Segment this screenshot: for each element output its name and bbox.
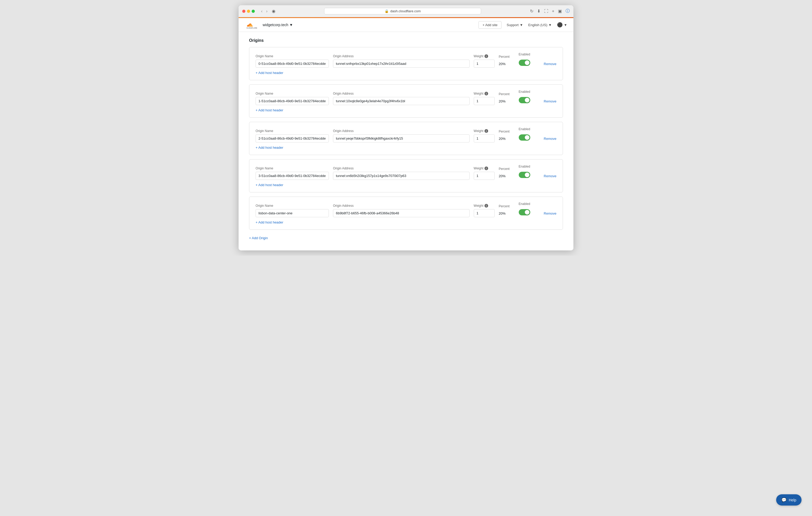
percent-value-1: 20% (499, 97, 515, 105)
address-bar[interactable]: 🔒 dash.cloudflare.com (324, 8, 481, 14)
toggle-wrapper-2 (519, 132, 540, 143)
origin-address-input-3[interactable] (333, 172, 470, 180)
weight-input-3[interactable] (474, 172, 495, 180)
origin-enabled-group-0: Enabled (519, 53, 540, 68)
remove-button-3[interactable]: Remove (544, 172, 556, 180)
minimize-button[interactable] (247, 10, 250, 13)
origins-container: Origin Name Origin Address Weight i Perc… (249, 47, 563, 230)
add-host-header-button-0[interactable]: + Add host header (256, 71, 283, 75)
origin-fields-0: Origin Name Origin Address Weight i Perc… (256, 53, 556, 68)
chevron-down-icon: ▼ (564, 23, 567, 27)
main-content: Origins Origin Name Origin Address Weigh… (239, 32, 573, 250)
chevron-down-icon: ▼ (289, 23, 293, 27)
maximize-button[interactable] (252, 10, 255, 13)
origin-address-input-1[interactable] (333, 97, 470, 105)
origin-fields-3: Origin Name Origin Address Weight i Perc… (256, 165, 556, 180)
account-menu[interactable]: ⚫ ▼ (557, 22, 567, 28)
origin-enabled-group-3: Enabled (519, 165, 540, 180)
enabled-label-0: Enabled (519, 53, 540, 56)
origin-address-group-3: Origin Address (333, 166, 470, 180)
origin-card-2: Origin Name Origin Address Weight i Perc… (249, 122, 563, 155)
toggle-slider-0 (519, 60, 530, 66)
enabled-toggle-3[interactable] (519, 172, 530, 178)
add-origin-button[interactable]: + Add Origin (249, 236, 268, 240)
forward-button[interactable]: › (265, 8, 268, 14)
weight-info-icon-1[interactable]: i (485, 92, 488, 95)
origin-name-group-3: Origin Name (256, 166, 329, 180)
chevron-down-icon: ▼ (548, 23, 552, 27)
info-circle-icon[interactable]: ⓘ (566, 8, 570, 14)
origin-address-group-2: Origin Address (333, 129, 470, 143)
add-host-header-button-4[interactable]: + Add host header (256, 220, 283, 224)
reload-icon[interactable]: ↻ (530, 9, 533, 13)
weight-label-3: Weight (474, 166, 484, 170)
remove-button-4[interactable]: Remove (544, 210, 556, 217)
origin-name-label-2: Origin Name (256, 129, 329, 133)
add-host-header-button-2[interactable]: + Add host header (256, 146, 283, 150)
support-link[interactable]: Support ▼ (507, 23, 523, 27)
enabled-toggle-1[interactable] (519, 97, 530, 103)
domain-name: widgetcorp.tech (263, 23, 288, 27)
add-host-header-button-3[interactable]: + Add host header (256, 183, 283, 187)
weight-input-4[interactable] (474, 209, 495, 217)
remove-button-2[interactable]: Remove (544, 135, 556, 143)
origin-name-input-2[interactable] (256, 134, 329, 143)
origin-address-label-1: Origin Address (333, 92, 470, 95)
enabled-label-1: Enabled (519, 90, 540, 94)
origin-card-3: Origin Name Origin Address Weight i Perc… (249, 159, 563, 192)
enabled-toggle-4[interactable] (519, 209, 530, 215)
add-host-header-button-1[interactable]: + Add host header (256, 108, 283, 112)
weight-input-0[interactable] (474, 60, 495, 68)
language-selector[interactable]: English (US) ▼ (528, 23, 552, 27)
origin-address-group-1: Origin Address (333, 92, 470, 105)
origin-weight-group-1: Weight i (474, 92, 495, 105)
lock-icon: 🔒 (384, 9, 389, 13)
percent-value-3: 20% (499, 172, 515, 180)
percent-value-0: 20% (499, 60, 515, 68)
weight-label-1: Weight (474, 92, 484, 95)
origin-name-input-0[interactable] (256, 60, 329, 68)
domain-selector[interactable]: widgetcorp.tech ▼ (263, 23, 293, 27)
remove-button-0[interactable]: Remove (544, 60, 556, 68)
cloudflare-logo: CLOUDFLARE (245, 21, 257, 29)
weight-input-2[interactable] (474, 134, 495, 143)
logo: CLOUDFLARE (245, 21, 257, 29)
percent-label-2: Percent (499, 130, 515, 133)
new-tab-icon[interactable]: + (552, 9, 554, 13)
origin-name-input-3[interactable] (256, 172, 329, 180)
share-icon[interactable]: ⛶ (544, 9, 548, 13)
add-site-button[interactable]: + Add site (478, 21, 501, 29)
origin-address-input-4[interactable] (333, 209, 470, 217)
toggle-wrapper-3 (519, 170, 540, 180)
toggle-slider-4 (519, 209, 530, 215)
origin-name-input-4[interactable] (256, 209, 329, 217)
origin-card-4: Origin Name Origin Address Weight i Perc… (249, 196, 563, 230)
back-button[interactable]: ‹ (260, 8, 263, 14)
origin-card-1: Origin Name Origin Address Weight i Perc… (249, 85, 563, 118)
origin-address-input-2[interactable] (333, 134, 470, 143)
weight-info-icon-4[interactable]: i (485, 204, 488, 208)
remove-button-1[interactable]: Remove (544, 97, 556, 105)
origin-address-label-0: Origin Address (333, 54, 470, 58)
weight-info-icon-2[interactable]: i (485, 129, 488, 133)
origin-address-input-0[interactable] (333, 60, 470, 68)
chevron-down-icon: ▼ (520, 23, 523, 27)
enabled-toggle-2[interactable] (519, 134, 530, 141)
download-icon[interactable]: ⬇ (537, 9, 541, 13)
origin-enabled-group-4: Enabled (519, 202, 540, 217)
origin-address-group-0: Origin Address (333, 54, 470, 68)
origin-name-label-0: Origin Name (256, 54, 329, 58)
close-button[interactable] (242, 10, 245, 13)
weight-info-icon-0[interactable]: i (485, 54, 488, 58)
weight-input-1[interactable] (474, 97, 495, 105)
origin-name-input-1[interactable] (256, 97, 329, 105)
toggle-wrapper-4 (519, 207, 540, 217)
enabled-toggle-0[interactable] (519, 60, 530, 66)
origin-address-label-3: Origin Address (333, 166, 470, 170)
tabs-icon[interactable]: ▣ (558, 9, 562, 13)
toggle-slider-2 (519, 134, 530, 141)
weight-label-2: Weight (474, 129, 484, 133)
nav-controls: ‹ › (260, 8, 269, 14)
weight-info-icon-3[interactable]: i (485, 166, 488, 170)
origin-weight-group-0: Weight i (474, 54, 495, 68)
